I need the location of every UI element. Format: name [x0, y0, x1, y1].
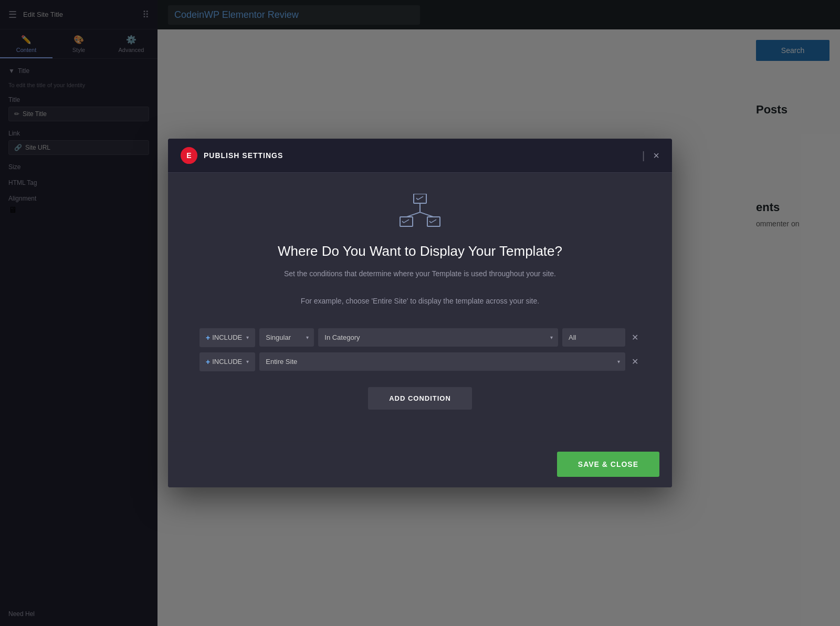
add-condition-button[interactable]: ADD CONDITION [368, 387, 472, 410]
template-icon [399, 194, 441, 231]
condition-row-2: + INCLUDE ▾ Entire Site Singular Archive… [200, 352, 640, 371]
condition-2-type-wrapper: Entire Site Singular Archive ▾ [259, 352, 625, 371]
save-close-button[interactable]: SAVE & CLOSE [557, 452, 659, 477]
svg-line-9 [404, 220, 409, 223]
modal-header: E PUBLISH SETTINGS | × [168, 139, 672, 173]
svg-line-11 [431, 220, 436, 223]
condition-1-type-wrapper: Singular Archive Entire Site ▾ [259, 328, 314, 347]
modal-heading: Where Do You Want to Display Your Templa… [200, 243, 640, 259]
condition-1-remove-button[interactable]: ✕ [629, 330, 640, 345]
condition-1-value-input[interactable] [562, 328, 625, 347]
conditions-container: + INCLUDE ▾ Singular Archive Entire Site… [200, 328, 640, 371]
plus-icon-2: + [206, 358, 210, 366]
chevron-down-icon-2: ▾ [246, 359, 249, 364]
modal-footer: SAVE & CLOSE [168, 441, 672, 487]
condition-1-include-button[interactable]: + INCLUDE ▾ [200, 328, 255, 347]
svg-line-8 [402, 221, 404, 223]
condition-row-1: + INCLUDE ▾ Singular Archive Entire Site… [200, 328, 640, 347]
condition-1-condition-select[interactable]: In Category In Tag In Post Type [318, 328, 558, 347]
modal-body: Where Do You Want to Display Your Templa… [168, 173, 672, 441]
svg-rect-2 [427, 217, 440, 226]
svg-line-4 [406, 212, 420, 217]
elementor-logo: E [181, 147, 197, 164]
condition-2-include-button[interactable]: + INCLUDE ▾ [200, 352, 255, 371]
svg-line-7 [418, 196, 423, 200]
modal-header-right: | × [642, 150, 659, 162]
modal-header-left: E PUBLISH SETTINGS [181, 147, 283, 164]
condition-2-remove-button[interactable]: ✕ [629, 354, 640, 369]
plus-icon: + [206, 333, 210, 342]
svg-line-6 [416, 198, 418, 200]
modal-header-divider: | [642, 150, 645, 162]
publish-settings-modal: E PUBLISH SETTINGS | × [168, 139, 672, 487]
condition-2-type-select[interactable]: Entire Site Singular Archive [259, 352, 625, 371]
modal-title: PUBLISH SETTINGS [204, 151, 283, 160]
svg-rect-1 [400, 217, 413, 226]
modal-close-button[interactable]: × [653, 150, 659, 161]
modal-description-line1: Set the conditions that determine where … [200, 268, 640, 279]
svg-line-10 [429, 221, 431, 223]
condition-1-type-select[interactable]: Singular Archive Entire Site [259, 328, 314, 347]
svg-line-5 [420, 212, 434, 217]
chevron-down-icon: ▾ [246, 335, 249, 340]
modal-description-line2: For example, choose 'Entire Site' to dis… [200, 296, 640, 307]
condition-1-condition-wrapper: In Category In Tag In Post Type ▾ [318, 328, 558, 347]
